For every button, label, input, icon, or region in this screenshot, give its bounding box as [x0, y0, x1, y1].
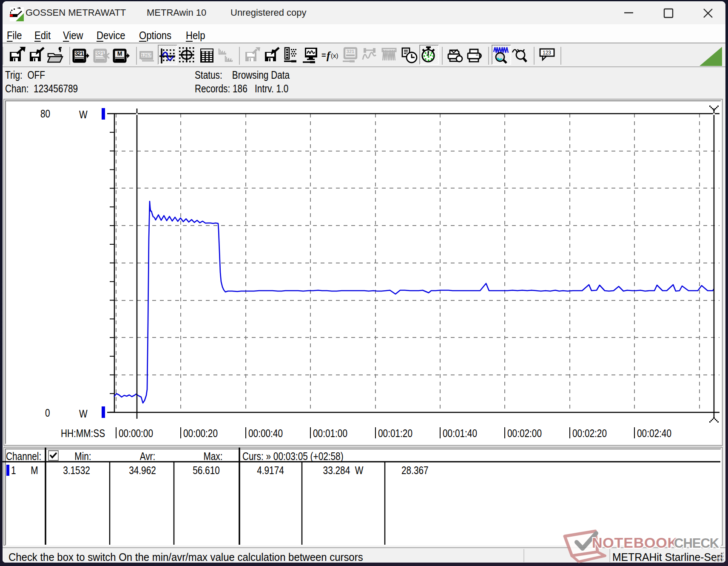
svg-text:321: 321 — [347, 49, 354, 54]
svg-text:321: 321 — [75, 50, 84, 57]
svg-text:123: 123 — [543, 50, 551, 56]
svg-text:CHECK: CHECK — [674, 536, 719, 551]
svg-text:NOTEBOOK: NOTEBOOK — [592, 535, 678, 551]
svg-text:M: M — [117, 50, 122, 57]
svg-text:(x): (x) — [331, 52, 338, 59]
svg-text:=: = — [321, 51, 326, 60]
svg-text:1257: 1257 — [141, 53, 151, 58]
